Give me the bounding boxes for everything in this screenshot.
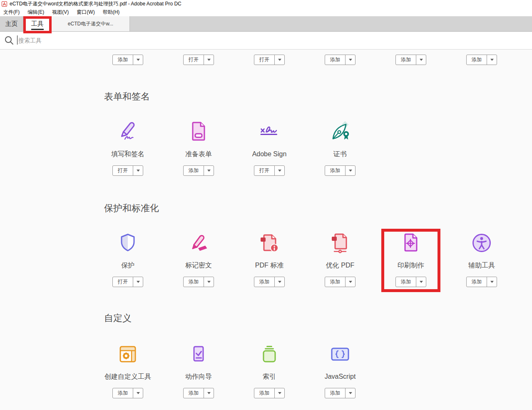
javascript-icon [328,342,352,366]
protect-icon [116,231,139,255]
adobe-sign-icon [258,120,281,143]
menu-view[interactable]: 视图(V) [49,8,73,17]
dropdown-arrow-icon[interactable] [346,166,355,175]
tool-row-protect-standardize: 保护 打开 标记密文 添加 PDF 标准 添加 [92,231,517,287]
dropdown-arrow-icon[interactable] [275,277,284,287]
dropdown-arrow-icon[interactable] [346,55,355,65]
protect-open-button[interactable]: 打开 [112,277,143,287]
menu-window[interactable]: 窗口(W) [73,8,99,17]
dropdown-arrow-icon[interactable] [416,55,426,65]
tool-action-button[interactable]: 添加 [395,55,426,65]
dropdown-arrow-icon[interactable] [204,388,214,398]
certificates-add-button[interactable]: 添加 [325,165,355,176]
tool-action-button[interactable]: 添加 [112,55,143,65]
dropdown-arrow-icon[interactable] [133,388,143,398]
section-title-forms-signatures: 表单和签名 [104,91,150,102]
dropdown-arrow-icon[interactable] [275,388,284,398]
fill-and-sign-icon [116,120,139,143]
search-bar [0,32,532,50]
tool-label: 动作向导 [185,372,212,381]
dropdown-arrow-icon[interactable] [204,277,214,287]
dropdown-arrow-icon[interactable] [346,277,355,287]
tool-label: 印刷制作 [398,261,424,270]
accessibility-icon [470,231,493,255]
redact-icon [187,231,210,255]
tool-card-index[interactable]: 索引 添加 [234,342,305,398]
tool-card-pdf-standards[interactable]: PDF 标准 添加 [234,231,305,287]
acrobat-app-icon [2,1,7,7]
print-production-add-button[interactable]: 添加 [395,277,426,287]
window-title: eCTD电子递交中word文档的格式要求与处理技巧.pdf - Adobe Ac… [10,0,181,8]
tool-card-create-custom-tool[interactable]: 创建自定义工具 添加 [92,342,163,398]
tool-action-button[interactable]: 打开 [183,55,214,65]
tool-card-fill-and-sign[interactable]: 填写和签名 打开 [92,120,163,176]
menu-file[interactable]: 文件(F) [0,8,24,17]
index-add-button[interactable]: 添加 [254,388,285,398]
action-wizard-icon [187,342,210,366]
tool-card-javascript[interactable]: JavaScript 添加 [305,342,375,398]
tool-card-adobe-sign[interactable]: Adobe Sign 打开 [234,120,305,176]
pdf-standards-icon [258,231,281,255]
tool-card-protect[interactable]: 保护 打开 [92,231,163,287]
print-production-icon [399,231,423,255]
tool-action-button[interactable]: 打开 [254,55,285,65]
dropdown-arrow-icon[interactable] [133,277,143,287]
optimize-pdf-add-button[interactable]: 添加 [325,277,355,287]
fill-and-sign-open-button[interactable]: 打开 [112,165,143,176]
dropdown-arrow-icon[interactable] [204,55,214,65]
tool-label: PDF 标准 [255,261,283,270]
create-custom-tool-icon [116,342,139,366]
javascript-add-button[interactable]: 添加 [325,388,355,398]
menu-edit[interactable]: 编辑(E) [24,8,49,17]
tool-card-action-wizard[interactable]: 动作向导 添加 [163,342,234,398]
redact-add-button[interactable]: 添加 [183,277,214,287]
section-title-customize: 自定义 [104,312,132,324]
top-partial-button-row: 添加 打开 打开 添加 添加 添加 [92,55,517,65]
tool-action-button[interactable]: 添加 [325,55,355,65]
dropdown-arrow-icon[interactable] [416,277,426,287]
tab-tools[interactable]: 工具 [23,16,52,31]
create-custom-tool-add-button[interactable]: 添加 [112,388,143,398]
search-tools-input[interactable] [18,34,393,47]
tool-card-optimize-pdf[interactable]: 优化 PDF 添加 [305,231,375,287]
tool-label: 保护 [121,261,134,270]
index-icon [258,342,281,366]
tool-action-button[interactable]: 添加 [466,55,497,65]
text-cursor [17,35,17,45]
pdf-standards-add-button[interactable]: 添加 [254,277,285,287]
tool-label: 索引 [263,372,276,381]
dropdown-arrow-icon[interactable] [487,277,497,287]
section-title-protect-standardize: 保护和标准化 [104,202,159,214]
tool-label: Adobe Sign [252,150,287,158]
certificates-icon [328,120,352,143]
tool-card-accessibility[interactable]: 辅助工具 添加 [446,231,517,287]
search-icon [4,35,14,45]
tool-label: 创建自定义工具 [104,372,151,381]
prepare-form-add-button[interactable]: 添加 [183,165,214,176]
menu-bar: 文件(F) 编辑(E) 视图(V) 窗口(W) 帮助(H) [0,8,532,16]
tool-label: 证书 [333,150,347,158]
dropdown-arrow-icon[interactable] [133,55,143,65]
adobe-sign-open-button[interactable]: 打开 [254,165,285,176]
tool-label: 辅助工具 [468,261,495,270]
tool-card-redact[interactable]: 标记密文 添加 [163,231,234,287]
dropdown-arrow-icon[interactable] [487,55,497,65]
tab-document[interactable]: eCTD电子递交中w... [52,16,130,31]
dropdown-arrow-icon[interactable] [346,388,355,398]
optimize-pdf-icon [328,231,352,255]
tool-card-certificates[interactable]: 证书 添加 [305,120,375,176]
tool-label: 优化 PDF [326,261,354,270]
dropdown-arrow-icon[interactable] [133,166,143,175]
tool-label: 填写和签名 [111,150,144,158]
dropdown-arrow-icon[interactable] [204,166,214,175]
action-wizard-add-button[interactable]: 添加 [183,388,214,398]
prepare-form-icon [187,120,210,143]
dropdown-arrow-icon[interactable] [275,55,284,65]
menu-help[interactable]: 帮助(H) [99,8,124,17]
tool-row-forms-signatures: 填写和签名 打开 准备表单 添加 Adobe Sign 打开 [92,120,375,176]
tool-card-prepare-form[interactable]: 准备表单 添加 [163,120,234,176]
tab-home[interactable]: 主页 [0,16,23,31]
dropdown-arrow-icon[interactable] [275,166,284,175]
accessibility-add-button[interactable]: 添加 [466,277,497,287]
tool-card-print-production[interactable]: 印刷制作 添加 [375,231,446,287]
